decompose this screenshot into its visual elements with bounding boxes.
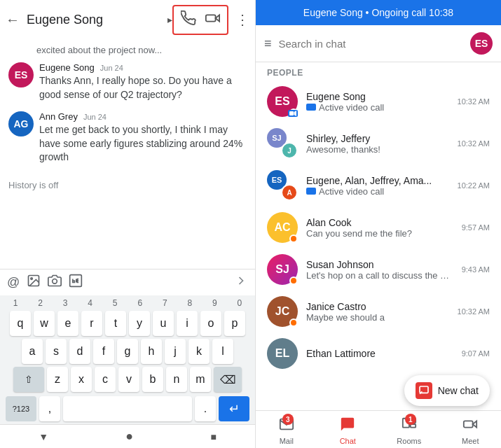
key-a[interactable]: a xyxy=(22,339,43,364)
chat-time: 9:57 AM xyxy=(462,223,490,232)
send-icon[interactable] xyxy=(234,274,248,291)
chat-name: Ethan Lattimore xyxy=(306,348,453,359)
status-orange xyxy=(289,234,298,243)
meet-icon xyxy=(462,416,478,435)
key-u[interactable]: u xyxy=(153,311,174,336)
svg-point-4 xyxy=(53,279,57,284)
key-0[interactable]: 0 xyxy=(230,298,249,308)
chat-icon xyxy=(340,416,355,435)
chat-preview: Awesome, thanks! xyxy=(306,144,449,155)
keyboard-row-2: a s d f g h j k l xyxy=(0,337,255,365)
key-w[interactable]: w xyxy=(34,311,55,336)
keyboard[interactable]: 1 2 3 4 5 6 7 8 9 0 q w e r t y u i o p … xyxy=(0,295,255,424)
key-o[interactable]: o xyxy=(200,311,221,336)
chat-item-janice[interactable]: JC Janice Castro Maybe we should a 10:32… xyxy=(256,290,501,332)
at-icon[interactable]: @ xyxy=(7,275,20,290)
key-g[interactable]: g xyxy=(117,339,138,364)
keyboard-bottom-row: ?123 , . ↵ xyxy=(0,393,255,424)
svg-marker-7 xyxy=(294,111,297,116)
camera-icon[interactable] xyxy=(48,274,62,291)
profile-avatar[interactable]: ES xyxy=(470,32,493,55)
chat-time: 10:32 AM xyxy=(458,307,490,316)
key-l[interactable]: l xyxy=(212,339,233,364)
key-6[interactable]: 6 xyxy=(130,298,150,308)
key-x[interactable]: x xyxy=(71,367,92,392)
mail-badge: 3 xyxy=(282,414,294,425)
key-b[interactable]: b xyxy=(142,367,163,392)
keyboard-row-3: ⇧ z x c v b n m ⌫ xyxy=(0,365,255,393)
header-actions: ⋮ xyxy=(172,5,249,35)
chat-avatar-susan: SJ xyxy=(267,254,298,285)
image-icon[interactable] xyxy=(27,274,41,291)
nav-rooms[interactable]: 1 Rooms xyxy=(378,411,440,448)
key-8[interactable]: 8 xyxy=(180,298,200,308)
key-enter[interactable]: ↵ xyxy=(219,396,249,421)
search-input[interactable] xyxy=(279,38,463,50)
key-v[interactable]: v xyxy=(118,367,139,392)
video-icon[interactable] xyxy=(202,9,223,31)
new-chat-icon xyxy=(416,382,432,399)
call-video-box xyxy=(172,5,228,35)
chat-time: 10:32 AM xyxy=(458,97,490,106)
key-5[interactable]: 5 xyxy=(105,298,125,308)
chat-item-ethan[interactable]: EL Ethan Lattimore 9:07 AM xyxy=(256,332,501,374)
nav-recents[interactable]: ■ xyxy=(210,431,216,442)
back-button[interactable]: ← xyxy=(6,12,20,28)
chat-item-alan[interactable]: AC Alan Cook Can you send me the file? 9… xyxy=(256,206,501,248)
key-9[interactable]: 9 xyxy=(205,298,224,308)
key-p[interactable]: p xyxy=(224,311,245,336)
new-chat-fab[interactable]: New chat xyxy=(404,375,490,406)
key-y[interactable]: y xyxy=(129,311,150,336)
key-2[interactable]: 2 xyxy=(31,298,50,308)
nav-chat[interactable]: Chat xyxy=(317,411,379,448)
message-item: ES Eugene Song Jun 24 Thanks Ann, I real… xyxy=(8,62,247,102)
chat-name: Alan Cook xyxy=(306,217,453,228)
key-k[interactable]: k xyxy=(188,339,210,364)
more-menu-icon[interactable]: ⋮ xyxy=(235,11,249,28)
chat-item-eugene[interactable]: ES Eugene Song Active video call 10:32 A… xyxy=(256,80,501,122)
chat-info-eugene: Eugene Song Active video call xyxy=(306,91,449,113)
key-n[interactable]: n xyxy=(166,367,187,392)
chat-item-group[interactable]: ES A Eugene, Alan, Jeffrey, Ama... Activ… xyxy=(256,164,501,206)
key-i[interactable]: i xyxy=(177,311,198,336)
nav-back[interactable]: ▼ xyxy=(39,431,48,442)
key-e[interactable]: e xyxy=(57,311,78,336)
key-c[interactable]: c xyxy=(95,367,116,392)
nav-home[interactable]: ● xyxy=(125,429,133,444)
key-q[interactable]: q xyxy=(10,311,31,336)
key-period[interactable]: . xyxy=(195,396,216,421)
key-j[interactable]: j xyxy=(165,339,186,364)
key-r[interactable]: r xyxy=(81,311,102,336)
msg-content: Eugene Song Jun 24 Thanks Ann, I really … xyxy=(39,62,247,102)
right-panel: Eugene Song • Ongoing call 10:38 ≡ ES PE… xyxy=(256,0,501,448)
key-d[interactable]: d xyxy=(69,339,90,364)
key-shift[interactable]: ⇧ xyxy=(13,367,44,392)
msg-header: Ann Grey Jun 24 xyxy=(39,111,247,122)
key-3[interactable]: 3 xyxy=(55,298,75,308)
key-space[interactable] xyxy=(63,396,192,421)
key-f[interactable]: f xyxy=(93,339,114,364)
chat-time: 10:32 AM xyxy=(458,139,490,148)
chat-item-shirley[interactable]: SJ J Shirley, Jeffery Awesome, thanks! 1… xyxy=(256,122,501,164)
key-m[interactable]: m xyxy=(190,367,211,392)
key-s[interactable]: s xyxy=(46,339,67,364)
svg-point-3 xyxy=(31,278,33,280)
gif-icon[interactable] xyxy=(69,274,83,291)
key-backspace[interactable]: ⌫ xyxy=(214,367,242,392)
key-z[interactable]: z xyxy=(47,367,68,392)
chat-item-susan[interactable]: SJ Susan Johnson Let's hop on a call to … xyxy=(256,248,501,290)
mail-label: Mail xyxy=(280,437,294,445)
chat-preview: Active video call xyxy=(306,102,449,113)
nav-mail[interactable]: 3 Mail xyxy=(256,411,317,448)
key-1[interactable]: 1 xyxy=(6,298,25,308)
hamburger-icon[interactable]: ≡ xyxy=(264,36,272,51)
chat-avatar-eugene: ES xyxy=(267,86,298,117)
key-comma[interactable]: , xyxy=(39,396,60,421)
key-numbers[interactable]: ?123 xyxy=(6,396,36,421)
key-t[interactable]: t xyxy=(105,311,126,336)
nav-meet[interactable]: Meet xyxy=(440,411,502,448)
key-4[interactable]: 4 xyxy=(81,298,100,308)
key-7[interactable]: 7 xyxy=(155,298,174,308)
key-h[interactable]: h xyxy=(141,339,162,364)
phone-icon[interactable] xyxy=(178,9,199,31)
